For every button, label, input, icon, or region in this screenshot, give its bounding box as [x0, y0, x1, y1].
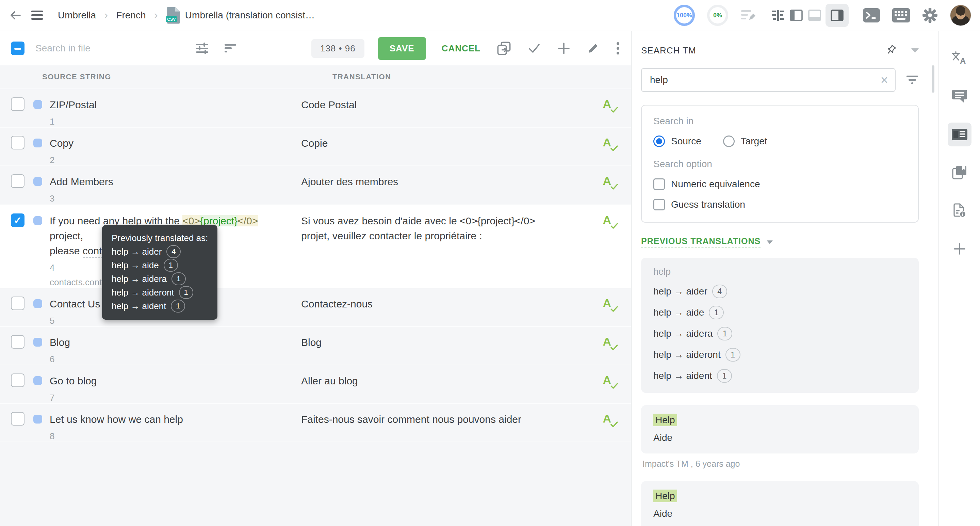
back-icon[interactable] — [9, 8, 22, 22]
search-in-file-input[interactable] — [35, 43, 195, 54]
translation-cell: Ajouter des membres — [301, 174, 587, 204]
more-kebab-icon[interactable] — [616, 41, 620, 55]
top-bottom-view-icon[interactable] — [807, 8, 822, 23]
row-checkbox[interactable] — [11, 335, 24, 349]
keyboard-icon[interactable] — [892, 8, 910, 22]
avatar[interactable] — [950, 5, 971, 26]
previous-translation-item[interactable]: help → aidera1 — [653, 327, 907, 340]
previous-translation-item[interactable]: help → aider4 — [653, 285, 907, 298]
translation-status-icon: A — [603, 136, 611, 151]
tm-result-card[interactable]: HelpAide — [641, 405, 919, 453]
translation-status-icon: A — [603, 296, 611, 311]
table-view-icon[interactable] — [770, 8, 785, 23]
menu-icon[interactable] — [31, 10, 44, 21]
source-text: Add Members — [50, 174, 288, 189]
previous-translation-list: help → aider4help → aide1help → aidera1h… — [653, 285, 907, 383]
status-cell: A — [587, 335, 631, 365]
translation-status-icon: A — [603, 335, 611, 350]
add-panel-icon[interactable] — [948, 237, 972, 261]
table-row[interactable]: Let us know how we can help8Faites-nous … — [0, 404, 631, 442]
translated-progress-ring[interactable]: 100% — [674, 5, 695, 26]
search-option-checkbox[interactable]: Numeric equivalence — [653, 179, 907, 190]
row-number: 8 — [50, 431, 288, 442]
app-root: Umbrella › French › CSV Umbrella (transl… — [0, 0, 980, 526]
panel-scrollbar[interactable] — [932, 65, 934, 92]
right-panel-view-icon[interactable] — [826, 4, 849, 27]
translate-icon[interactable]: A — [948, 46, 972, 70]
source-cell: Blog6 — [50, 335, 301, 365]
search-in-radio-target[interactable]: Target — [723, 135, 767, 147]
select-all-checkbox[interactable] — [11, 41, 24, 55]
csv-file-icon: CSV — [166, 6, 180, 24]
table-row[interactable]: Copy2CopieA — [0, 128, 631, 166]
save-button[interactable]: SAVE — [378, 37, 426, 60]
approved-progress-ring[interactable]: 0% — [707, 5, 728, 26]
table-row[interactable]: Add Members3Ajouter des membresA — [0, 166, 631, 205]
tm-search-options-card: Search in SourceTarget Search option Num… — [641, 105, 919, 223]
row-checkbox[interactable] — [11, 412, 24, 426]
console-icon[interactable] — [863, 8, 880, 22]
translation-status-icon: A — [603, 97, 611, 112]
row-status-dot — [33, 177, 42, 186]
svg-text:A: A — [960, 56, 966, 65]
view-mode-switcher — [770, 4, 849, 27]
pin-panel-icon[interactable] — [884, 43, 898, 57]
breadcrumb-language[interactable]: French — [116, 10, 146, 21]
source-fragment: project, — [50, 230, 83, 241]
copy-source-icon[interactable] — [497, 41, 511, 56]
approve-check-icon[interactable] — [527, 42, 541, 54]
row-checkbox[interactable] — [11, 373, 24, 387]
row-checkbox[interactable] — [11, 174, 24, 188]
panel-collapse-chevron-icon[interactable] — [911, 48, 919, 53]
checkbox-icon — [653, 199, 665, 210]
glossary-icon[interactable] — [948, 161, 972, 185]
source-cell: Copy2 — [50, 136, 301, 166]
edit-pencil-icon[interactable] — [587, 42, 600, 55]
advanced-filters-icon[interactable] — [195, 41, 209, 55]
row-checkbox[interactable] — [11, 97, 24, 111]
filter-icon[interactable] — [224, 42, 237, 54]
side-by-side-view-icon[interactable] — [789, 8, 804, 23]
previous-translation-item[interactable]: help → aideront1 — [653, 348, 907, 362]
previous-translations-card: help help → aider4help → aide1help → aid… — [641, 258, 919, 393]
tooltip-item: help → aider4 — [111, 245, 208, 258]
row-number: 2 — [50, 155, 288, 166]
tooltip-count-badge: 1 — [171, 300, 185, 312]
row-checkbox[interactable] — [11, 296, 24, 310]
clear-search-icon[interactable]: × — [881, 73, 888, 86]
tm-search-input[interactable] — [650, 75, 881, 86]
previous-translation-item[interactable]: help → aide1 — [653, 306, 907, 319]
draft-edit-icon[interactable] — [740, 8, 756, 22]
translation-memory-icon[interactable] — [948, 123, 972, 147]
table-row[interactable]: ZIP/Postal1Code PostalA — [0, 89, 631, 128]
source-fragment: please — [50, 245, 83, 257]
radio-icon — [653, 135, 665, 147]
add-string-icon[interactable] — [557, 42, 570, 55]
row-checkbox[interactable] — [11, 214, 24, 227]
row-number: 6 — [50, 354, 288, 365]
settings-gear-icon[interactable] — [922, 8, 938, 23]
source-cell: ZIP/Postal1 — [50, 97, 301, 127]
tm-filter-icon[interactable] — [906, 74, 919, 86]
search-in-label: Search in — [653, 116, 907, 127]
table-row[interactable]: Contact Us5Contactez-nousA — [0, 289, 631, 327]
breadcrumb-file[interactable]: CSV Umbrella (translation consist… — [166, 6, 315, 24]
tm-result-card[interactable]: HelpAide — [641, 481, 919, 526]
table-row[interactable]: Blog6BlogA — [0, 327, 631, 365]
tm-result-source: Help — [653, 491, 907, 502]
previous-translation-item[interactable]: help → aident1 — [653, 369, 907, 383]
breadcrumb-project[interactable]: Umbrella — [58, 10, 96, 21]
tm-result-meta: Impact's TM , 6 years ago — [641, 459, 919, 469]
table-row[interactable]: Go to blog7Aller au blogA — [0, 365, 631, 404]
search-in-radio-source[interactable]: Source — [653, 135, 701, 147]
row-checkbox[interactable] — [11, 136, 24, 150]
comments-icon[interactable] — [948, 84, 972, 108]
breadcrumb: Umbrella › French › CSV Umbrella (transl… — [58, 6, 315, 24]
search-option-checkbox[interactable]: Guess translation — [653, 199, 907, 210]
previous-translations-toggle[interactable]: PREVIOUS TRANSLATIONS — [641, 236, 919, 248]
file-context-icon[interactable] — [948, 199, 972, 223]
translation-status-icon: A — [603, 174, 611, 189]
cancel-button[interactable]: CANCEL — [442, 43, 480, 54]
tooltip-item: help → aidera1 — [111, 272, 208, 285]
table-row[interactable]: If you need any help with the <0>{projec… — [0, 205, 631, 289]
